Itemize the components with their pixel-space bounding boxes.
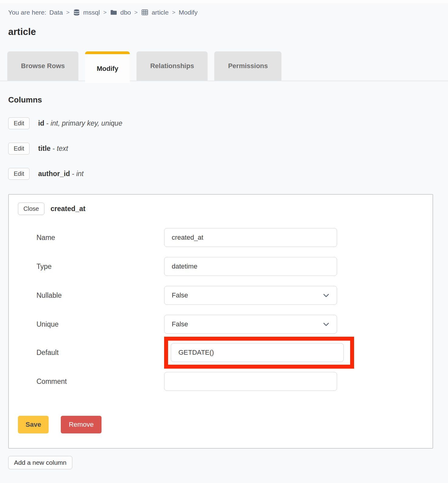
unique-label: Unique: [36, 320, 164, 328]
edit-button-id[interactable]: Edit: [8, 117, 29, 129]
column-editor-panel: Close created_at NameTypeNullableFalse U…: [8, 194, 433, 449]
remove-button[interactable]: Remove: [61, 416, 102, 433]
name-input[interactable]: [164, 228, 337, 247]
column-name: author_id: [38, 170, 70, 178]
form-row-comment: Comment: [36, 372, 423, 391]
form-row-nullable: NullableFalse: [36, 286, 423, 305]
breadcrumb: You are here: Data> mssql> dbo> article>…: [8, 9, 448, 16]
breadcrumb-item-modify: Modify: [179, 9, 198, 16]
tab-browse-rows[interactable]: Browse Rows: [7, 51, 78, 81]
column-row-author_id: Editauthor_id - int: [8, 167, 448, 180]
form-row-name: Name: [36, 228, 423, 247]
page-title: article: [8, 26, 448, 37]
nullable-label: Nullable: [36, 291, 164, 300]
tab-bar: Browse RowsModifyRelationshipsPermission…: [0, 51, 448, 83]
breadcrumb-item-dbo[interactable]: dbo: [120, 9, 131, 16]
folder-icon: [110, 9, 117, 16]
unique-select[interactable]: False: [164, 315, 337, 334]
database-icon: [73, 9, 80, 16]
nullable-selected-value: False: [172, 291, 188, 299]
form-row-unique: UniqueFalse: [36, 315, 423, 334]
comment-input[interactable]: [164, 372, 337, 391]
default-highlight-annotation: [164, 337, 354, 369]
edit-button-author_id[interactable]: Edit: [8, 168, 29, 180]
breadcrumb-item-mssql[interactable]: mssql: [83, 9, 100, 16]
type-input[interactable]: [164, 257, 337, 276]
close-button[interactable]: Close: [18, 203, 44, 215]
form-row-type: Type: [36, 257, 423, 276]
column-summary: title - text: [38, 144, 68, 153]
breadcrumb-separator: >: [66, 9, 70, 16]
chevron-down-icon: [322, 320, 330, 328]
default-input[interactable]: [171, 343, 344, 362]
column-name: title: [38, 144, 50, 152]
columns-heading: Columns: [8, 95, 448, 104]
breadcrumb-separator: >: [172, 9, 176, 16]
table-icon: [141, 9, 149, 16]
columns-section: Columns Editid - int, primary key, uniqu…: [8, 95, 448, 469]
top-strip: [0, 0, 448, 3]
column-row-id: Editid - int, primary key, unique: [8, 117, 448, 130]
column-name: id: [38, 119, 44, 127]
column-description: int, primary key, unique: [50, 119, 122, 127]
column-dash: -: [44, 119, 50, 127]
column-dash: -: [70, 170, 76, 178]
type-label: Type: [36, 262, 164, 271]
tab-permissions[interactable]: Permissions: [214, 51, 281, 81]
tab-modify[interactable]: Modify: [85, 51, 130, 83]
breadcrumb-prefix: You are here:: [8, 9, 46, 16]
column-row-title: Edittitle - text: [8, 142, 448, 155]
breadcrumb-separator: >: [103, 9, 107, 16]
name-label: Name: [36, 234, 164, 242]
column-summary: author_id - int: [38, 170, 84, 178]
save-button[interactable]: Save: [18, 416, 49, 433]
tab-relationships[interactable]: Relationships: [136, 51, 208, 81]
column-description: int: [76, 170, 84, 178]
unique-selected-value: False: [172, 320, 188, 328]
chevron-down-icon: [322, 291, 330, 299]
breadcrumb-separator: >: [134, 9, 138, 16]
column-summary: id - int, primary key, unique: [38, 119, 122, 127]
editor-actions: Save Remove: [18, 416, 423, 433]
form-row-default: Default: [36, 337, 423, 369]
column-editor-header: Close created_at: [18, 203, 423, 215]
comment-label: Comment: [36, 377, 164, 386]
edit-button-title[interactable]: Edit: [8, 143, 29, 155]
column-dash: -: [50, 144, 57, 152]
breadcrumb-item-data[interactable]: Data: [49, 9, 63, 16]
add-new-column-button[interactable]: Add a new column: [8, 456, 72, 469]
nullable-select[interactable]: False: [164, 286, 337, 305]
editing-column-name: created_at: [50, 205, 85, 213]
default-label: Default: [36, 349, 164, 357]
column-description: text: [57, 144, 68, 152]
breadcrumb-item-article[interactable]: article: [152, 9, 169, 16]
